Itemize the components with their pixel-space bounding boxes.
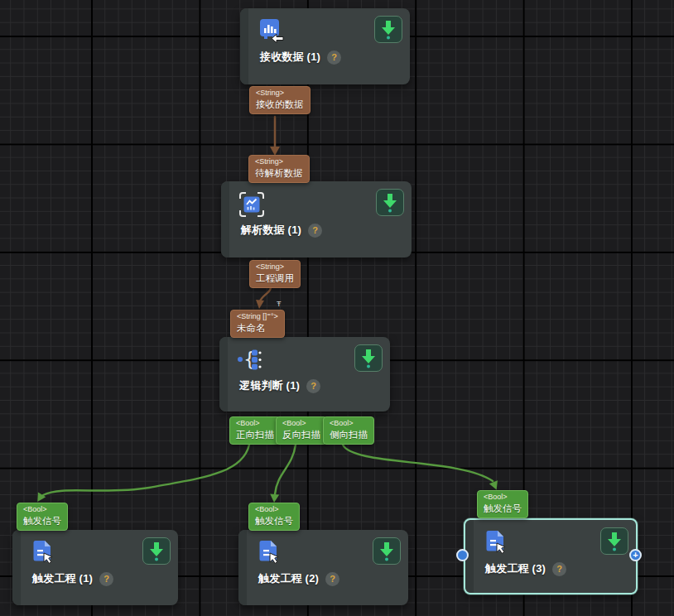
node-left-accent (219, 337, 228, 411)
port-forward-scan[interactable]: <Bool> 正向扫描 (229, 416, 281, 445)
help-icon[interactable]: ? (327, 51, 341, 65)
node-logic-judgment[interactable]: { 逻辑判断 (1) ? (219, 337, 390, 411)
trigger-project-icon (482, 529, 510, 557)
port-type: <Bool> (330, 419, 368, 429)
node-title: 触发工程 (3) (485, 561, 546, 576)
port-name: 未命名 (237, 322, 278, 334)
port-type: <Bool> (236, 419, 274, 429)
download-button[interactable] (354, 344, 383, 372)
port-type: <Bool> (23, 505, 61, 515)
arrowhead (270, 494, 280, 503)
port-name: 触发信号 (484, 503, 522, 515)
node-title: 触发工程 (1) (32, 571, 93, 586)
help-icon[interactable]: ? (552, 562, 566, 576)
port-trigger-signal-2[interactable]: <Bool> 触发信号 (248, 503, 300, 531)
port-trigger-signal-1[interactable]: <Bool> 触发信号 (17, 503, 68, 531)
download-button[interactable] (376, 189, 404, 216)
node-title: 逻辑判断 (1) (239, 378, 300, 393)
port-name: 待解析数据 (255, 167, 303, 180)
node-left-accent (240, 8, 248, 84)
port-name: 正向扫描 (236, 429, 274, 441)
node-left-accent (12, 530, 21, 605)
download-button[interactable] (374, 16, 402, 43)
node-title: 解析数据 (1) (241, 223, 301, 238)
help-icon[interactable]: ? (306, 379, 320, 393)
download-button[interactable] (600, 527, 628, 555)
node-trigger-project-1[interactable]: 触发工程 (1) ? (12, 530, 178, 605)
node-trigger-project-3[interactable]: 触发工程 (3) ? (464, 518, 638, 594)
port-trigger-signal-3[interactable]: <Bool> 触发信号 (477, 490, 528, 518)
trigger-project-icon (29, 539, 57, 567)
port-name: 触发信号 (23, 515, 61, 527)
node-trigger-project-2[interactable]: 触发工程 (2) ? (238, 530, 408, 605)
port-data-to-parse[interactable]: <String> 待解析数据 (248, 155, 310, 183)
node-receive-data[interactable]: 接收数据 (1) ? (240, 8, 410, 84)
port-type: <String> (256, 262, 294, 272)
node-parse-data[interactable]: 解析数据 (1) ? (221, 181, 412, 257)
pin-mark-icon: Ŧ (277, 300, 282, 308)
port-type: <Bool> (282, 419, 320, 429)
port-type: <String []⁼°> (237, 312, 278, 322)
node-left-accent (221, 181, 229, 257)
port-name: 接收的数据 (256, 99, 304, 111)
node-title: 触发工程 (2) (258, 571, 319, 586)
add-port-icon[interactable]: + (629, 549, 642, 561)
parse-data-icon (238, 190, 266, 219)
download-arrow-icon (380, 192, 400, 214)
download-arrow-icon (359, 348, 378, 369)
port-name: 触发信号 (255, 515, 293, 527)
port-name: 侧向扫描 (330, 429, 368, 441)
node-left-accent (238, 530, 247, 605)
help-icon[interactable]: ? (99, 572, 113, 586)
port-name: 反向扫描 (282, 429, 320, 441)
help-icon[interactable]: ? (325, 572, 339, 586)
port-type: <Bool> (255, 505, 293, 515)
port-name: 工程调用 (256, 272, 294, 285)
trigger-project-icon (255, 539, 283, 567)
node-input-handle[interactable] (456, 549, 469, 561)
port-type: <String> (255, 157, 303, 167)
connection-forward-scan[interactable] (43, 445, 249, 495)
port-project-call[interactable]: <String> 工程调用 (249, 260, 301, 288)
port-type: <String> (256, 89, 304, 99)
node-title: 接收数据 (1) (260, 50, 320, 65)
arrowhead (256, 300, 264, 309)
download-arrow-icon (147, 541, 166, 562)
help-icon[interactable]: ? (308, 224, 322, 238)
download-arrow-icon (378, 19, 398, 41)
port-side-scan[interactable]: <Bool> 侧向扫描 (323, 416, 374, 445)
port-unnamed[interactable]: <String []⁼°> 未命名 (230, 310, 285, 338)
download-arrow-icon (377, 541, 397, 562)
download-button[interactable] (373, 537, 401, 565)
port-received-data[interactable]: <String> 接收的数据 (249, 86, 311, 114)
port-reverse-scan[interactable]: <Bool> 反向扫描 (276, 416, 327, 445)
receive-data-icon (257, 17, 285, 46)
node-canvas[interactable]: Ŧ 接收数据 (1) ? (0, 0, 674, 616)
port-type: <Bool> (484, 493, 522, 503)
download-arrow-icon (604, 531, 624, 552)
connection-side-scan[interactable] (343, 445, 493, 481)
logic-branch-icon: { (236, 346, 264, 374)
connection-reverse-scan[interactable] (275, 445, 296, 494)
download-button[interactable] (142, 537, 171, 565)
